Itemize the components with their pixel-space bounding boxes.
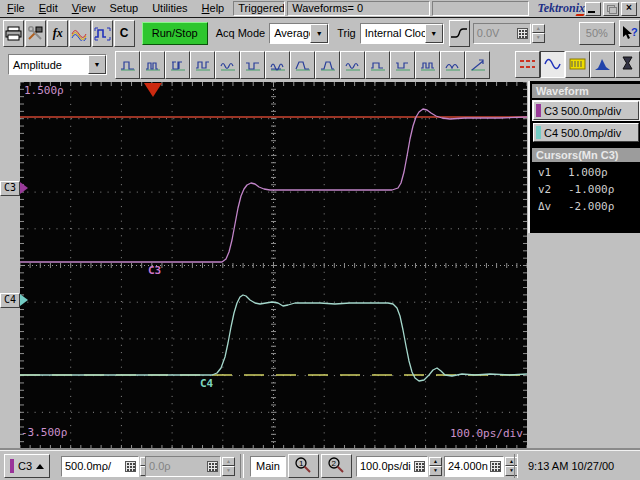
keypad-icon[interactable] [517, 28, 528, 39]
c3-marker-label: C3 [0, 181, 20, 196]
context-help-button[interactable]: ? [619, 20, 640, 47]
trig-level-input[interactable]: 0.0V [473, 23, 531, 44]
trig-source-select[interactable]: Internal Clock ▼ [360, 23, 444, 44]
magnifier-1-icon: 1 [293, 457, 313, 475]
vertical-scale-input[interactable]: 500.0mρ/ [61, 456, 139, 477]
readout-name: Δv [538, 200, 568, 213]
meas-button-square-wave[interactable] [190, 51, 215, 79]
autoset-button[interactable] [92, 20, 113, 47]
chevron-down-icon[interactable]: ▼ [310, 24, 328, 43]
meas-button-double-wave[interactable] [265, 51, 290, 79]
restore-button[interactable] [603, 2, 619, 16]
amplitude-wave-icon [220, 58, 236, 72]
math-button[interactable]: fx [47, 20, 68, 47]
trigger-marker-icon[interactable] [144, 83, 162, 97]
menu-utilities[interactable]: Utilities [145, 1, 194, 16]
waveform-icon [544, 57, 561, 73]
svg-text:1: 1 [299, 459, 304, 468]
trig-slope-button[interactable] [449, 20, 470, 47]
menu-help[interactable]: Help [195, 1, 232, 16]
meas-button-burst-wave[interactable] [340, 51, 365, 79]
channel-scale-label: C4 500.0mρ/div [544, 127, 621, 139]
meas-button-multi-pulse[interactable] [140, 51, 165, 79]
meas-button-slope-gain[interactable] [465, 51, 490, 79]
keypad-icon[interactable] [490, 461, 501, 472]
zoom-view-2-button[interactable]: 2 [321, 454, 352, 478]
waveform-button-C4[interactable]: C4 500.0mρ/div [533, 123, 639, 142]
spin-up-icon[interactable]: ▲ [429, 457, 442, 467]
horizontal-position-input[interactable]: 24.000n [444, 456, 504, 477]
meas-button-period-wave[interactable] [415, 51, 440, 79]
channel-select-button[interactable]: C3 [4, 454, 50, 478]
meas-button-pos-pulse[interactable] [115, 51, 140, 79]
cursors-toggle-button[interactable] [515, 51, 540, 78]
horizontal-scale-input[interactable]: 100.0ps/di [356, 456, 428, 477]
measure-category-select[interactable]: Amplitude ▼ [8, 54, 107, 75]
graticule[interactable] [20, 82, 527, 449]
meas-button-settle-curve[interactable] [290, 51, 315, 79]
c3-trace-label: C3 [148, 264, 161, 277]
close-button[interactable]: × [621, 2, 637, 16]
meas-button-pos-duty[interactable] [365, 51, 390, 79]
readout-value: -2.000ρ [568, 200, 614, 213]
meas-button-gated-pulse[interactable] [165, 51, 190, 79]
chevron-down-icon[interactable]: ▼ [88, 55, 106, 74]
keypad-icon[interactable] [125, 461, 136, 472]
run-stop-button[interactable]: Run/Stop [142, 22, 208, 45]
tools-button[interactable] [25, 20, 46, 47]
measurement-toggle-button[interactable] [565, 51, 590, 78]
meas-button-overshoot-wave[interactable] [315, 51, 340, 79]
readout-value: -1.000ρ [568, 183, 614, 196]
menu-file[interactable]: File [0, 1, 32, 16]
menu-setup[interactable]: Setup [102, 1, 145, 16]
trig-source-value: Internal Clock [361, 27, 425, 39]
acq-mode-select[interactable]: Average ▼ [269, 23, 329, 44]
channel-scale-label: C3 500.0mρ/div [544, 105, 621, 117]
waveform-database-button[interactable] [69, 20, 90, 47]
channel-color-swatch [536, 126, 541, 139]
spin-up-icon[interactable]: ▲ [222, 457, 235, 467]
divider [514, 454, 518, 478]
horizontal-scale-spinner[interactable]: ▲▼ [429, 457, 442, 476]
keypad-icon[interactable] [414, 461, 425, 472]
print-button[interactable] [3, 20, 24, 47]
c4-channel-marker[interactable]: C4 [0, 293, 28, 307]
meas-button-neg-duty[interactable] [390, 51, 415, 79]
zoom-view-1-button[interactable]: 1 [288, 454, 319, 478]
timebase-view-indicator[interactable]: Main [250, 456, 286, 477]
menu-view[interactable]: View [65, 1, 103, 16]
trigger-status: Triggered [233, 1, 285, 16]
meas-button-amplitude-wave[interactable] [215, 51, 240, 79]
c3-channel-marker[interactable]: C3 [0, 181, 28, 195]
spin-up-icon[interactable]: ▲ [532, 24, 545, 34]
neg-duty-icon [395, 58, 411, 72]
chevron-down-icon[interactable]: ▼ [425, 24, 443, 43]
c3-trace [20, 109, 527, 262]
histogram-icon [594, 57, 611, 73]
mask-toggle-button[interactable] [615, 51, 640, 78]
meas-button-cycle-wave[interactable] [440, 51, 465, 79]
readout-name: v2 [538, 183, 568, 196]
menu-edit[interactable]: Edit [32, 1, 65, 16]
menu-bar: FileEditViewSetupUtilitiesHelp Triggered… [0, 0, 640, 18]
meas-button-train-pulse[interactable] [240, 51, 265, 79]
spin-down-icon[interactable]: ▼ [532, 33, 545, 43]
burst-wave-icon [345, 58, 361, 72]
set-to-50-button[interactable]: 50% [579, 22, 615, 45]
pos-duty-icon [370, 58, 386, 72]
clear-button[interactable]: C [114, 20, 135, 47]
histogram-toggle-button[interactable] [590, 51, 615, 78]
waveform-button-C3[interactable]: C3 500.0mρ/div [533, 101, 639, 120]
waveform-toggle-button[interactable] [540, 51, 565, 78]
vertical-offset-spinner[interactable]: ▲▼ [222, 457, 235, 476]
spin-down-icon[interactable]: ▼ [429, 466, 442, 476]
spin-down-icon[interactable]: ▼ [222, 466, 235, 476]
vertical-offset-input[interactable]: 0.0ρ [145, 456, 221, 477]
vertical-bottom-label: -3.500ρ [21, 426, 67, 439]
channel-color-swatch [536, 104, 541, 117]
trig-level-spinner[interactable]: ▲▼ [532, 24, 545, 43]
waveform-count-status: Waveforms= 0 [287, 1, 430, 16]
cursors-panel-header: Cursors(Mn C3) [532, 148, 640, 162]
minimize-button[interactable] [585, 2, 601, 16]
scope-display [20, 82, 527, 449]
